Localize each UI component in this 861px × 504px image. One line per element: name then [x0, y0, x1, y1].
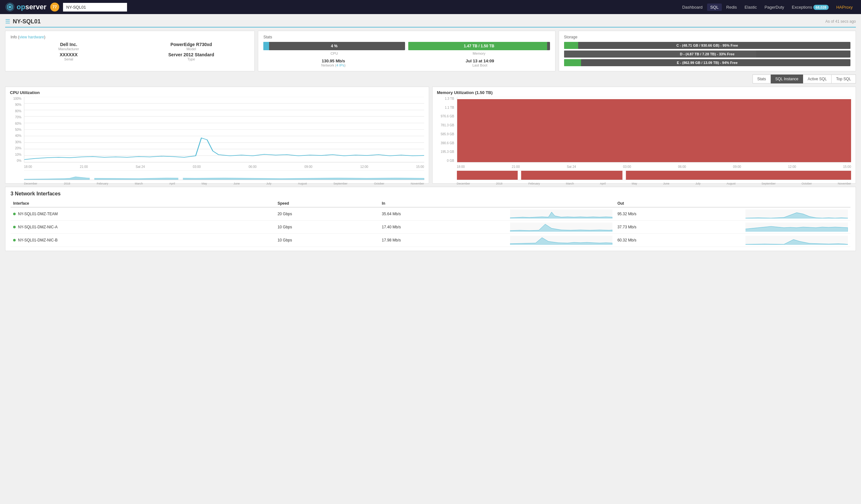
- lastboot-key: Last Boot: [410, 63, 550, 67]
- tab-active-sql[interactable]: Active SQL: [803, 74, 832, 83]
- tab-sql-instance[interactable]: SQL Instance: [771, 74, 803, 83]
- charts-row: CPU Utilization 100% 90% 80% 70% 60% 50%…: [5, 87, 856, 184]
- drive-e: E - (862.99 GB / 13.09 TB) - 94% Free: [564, 59, 850, 66]
- cpu-y-axis: 100% 90% 80% 70% 60% 50% 40% 30% 20% 10%…: [10, 97, 23, 163]
- network-section: 3 Network Interfaces Interface Speed In …: [5, 187, 856, 251]
- mini-jul: July: [266, 182, 271, 185]
- mem-y-2: 1.1 TB: [437, 106, 456, 109]
- in-value-2: 17.40 Mb/s: [379, 221, 507, 234]
- mini-feb: February: [97, 182, 108, 185]
- view-hardware-link[interactable]: view hardware: [19, 35, 44, 39]
- speed-1: 20 Gbps: [275, 207, 379, 221]
- drive-e-fill: [564, 59, 582, 66]
- cpu-x-2100: 21:00: [80, 165, 88, 169]
- network-title: 3 Network Interfaces: [11, 191, 850, 197]
- cpu-chart-svg: [24, 97, 424, 162]
- col-out: Out: [615, 200, 743, 207]
- drive-c-fill: [564, 42, 578, 49]
- stat-info: 130.95 Mb/s Network (4 IPs) Jul 13 at 14…: [263, 58, 550, 67]
- cpu-bar-text: 4 %: [331, 44, 338, 48]
- in-value-1: 35.64 Mb/s: [379, 207, 507, 221]
- cpu-x-0600: 06:00: [249, 165, 257, 169]
- memory-bar-text: 1.47 TB / 1.50 TB: [464, 44, 494, 48]
- mem-y-axis: 1.3 TB 1.1 TB 976.6 GB 781.3 GB 585.9 GB…: [437, 97, 456, 163]
- network-ips-link[interactable]: 4 IPs: [336, 63, 344, 67]
- lastboot-value: Jul 13 at 14:09: [410, 58, 550, 63]
- out-sparkline-2: [746, 223, 848, 232]
- header: opserver 77 Dashboard SQL Redis Elastic …: [0, 0, 861, 14]
- in-value-3: 17.98 Mb/s: [379, 234, 507, 247]
- drive-c: C - (48.71 GB / 930.66 GB) - 95% Free: [564, 42, 850, 49]
- mini-sep: September: [333, 182, 347, 185]
- mini-may: May: [202, 182, 207, 185]
- cpu-chart-title: CPU Utilization: [10, 90, 424, 95]
- cpu-bar-label: CPU: [263, 52, 405, 55]
- out-chart-3: [743, 234, 850, 247]
- mini-aug: August: [298, 182, 307, 185]
- mini-mar: March: [135, 182, 143, 185]
- col-out-chart: [743, 200, 850, 207]
- page-header: ☰ NY-SQL01 As of 41 secs ago: [5, 18, 856, 28]
- nav-redis[interactable]: Redis: [723, 3, 740, 11]
- svg-rect-26: [521, 171, 622, 180]
- nav-pagerduty[interactable]: PagerDuty: [761, 3, 787, 11]
- nav-exceptions[interactable]: Exceptions 68,028: [789, 3, 832, 11]
- cpu-y-0: 0%: [10, 159, 23, 163]
- interface-name-3: NY-SQL01-DMZ-NIC-B: [11, 234, 275, 247]
- tab-stats[interactable]: Stats: [753, 74, 771, 83]
- interface-status-dot-2: [13, 226, 16, 228]
- out-sparkline-1: [746, 209, 848, 219]
- nav-haproxy[interactable]: HAProxy: [833, 3, 856, 11]
- mini-2018: 2018: [64, 182, 70, 185]
- mem-mini-chart-svg: [457, 171, 851, 180]
- svg-rect-14: [178, 171, 183, 180]
- cpu-y-30: 30%: [10, 140, 23, 144]
- col-in-chart: [507, 200, 615, 207]
- stats-panel: Stats 4 % CPU 1.47 TB / 1.50 TB Memory: [258, 31, 555, 71]
- logo-text: opserver: [17, 3, 46, 11]
- mem-y-8: 0 GB: [437, 159, 456, 163]
- nav-sql[interactable]: SQL: [707, 3, 722, 11]
- cpu-bar-container: 4 %: [263, 42, 405, 50]
- info-panel-label: Info (view hardware): [11, 35, 249, 39]
- svg-rect-13: [90, 171, 94, 180]
- page-timestamp: As of 41 secs ago: [825, 19, 856, 24]
- serial-value: XXXXXX: [11, 52, 127, 57]
- in-chart-3: [507, 234, 615, 247]
- in-chart-1: [507, 207, 615, 221]
- tab-top-sql[interactable]: Top SQL: [832, 74, 856, 83]
- mem-mini-apr: April: [600, 182, 606, 185]
- drive-e-text: E - (862.99 GB / 13.09 TB) - 94% Free: [677, 61, 738, 65]
- col-speed: Speed: [275, 200, 379, 207]
- cpu-chart-panel: CPU Utilization 100% 90% 80% 70% 60% 50%…: [5, 87, 429, 184]
- mem-mini-mar: March: [566, 182, 574, 185]
- table-row: NY-SQL01-DMZ-TEAM 20 Gbps 35.64 Mb/s 95.…: [11, 207, 850, 221]
- main-nav: Dashboard SQL Redis Elastic PagerDuty Ex…: [679, 3, 856, 11]
- mini-apr: April: [169, 182, 175, 185]
- mem-mini-jun: June: [663, 182, 670, 185]
- stat-bars: 4 % CPU 1.47 TB / 1.50 TB Memory: [263, 42, 550, 55]
- cpu-y-40: 40%: [10, 134, 23, 138]
- mem-mini-aug: August: [727, 182, 736, 185]
- mini-oct: October: [374, 182, 384, 185]
- nav-dashboard[interactable]: Dashboard: [679, 3, 706, 11]
- alert-count-badge[interactable]: 77: [50, 2, 59, 12]
- svg-rect-23: [457, 99, 851, 162]
- mem-x-1800: 18:00: [457, 165, 465, 169]
- cpu-y-70: 70%: [10, 115, 23, 119]
- manufacturer-key: Manufacturer: [11, 47, 127, 51]
- mem-x-0300: 03:00: [623, 165, 631, 169]
- page-content: ☰ NY-SQL01 As of 41 secs ago Info (view …: [0, 14, 861, 255]
- tab-row: Stats SQL Instance Active SQL Top SQL: [5, 74, 856, 83]
- cpu-x-1200: 12:00: [360, 165, 368, 169]
- network-table: Interface Speed In Out NY-SQL01-DMZ-TEAM…: [11, 200, 850, 247]
- mem-x-1500: 15:00: [843, 165, 851, 169]
- logo-area: opserver: [5, 2, 46, 12]
- top-panels: Info (view hardware) Dell Inc. Manufactu…: [5, 31, 856, 71]
- server-search-input[interactable]: [63, 3, 127, 12]
- nav-elastic[interactable]: Elastic: [741, 3, 760, 11]
- cpu-y-100: 100%: [10, 97, 23, 100]
- page-title: NY-SQL01: [13, 18, 41, 25]
- model-value: PowerEdge R730xd: [133, 42, 249, 47]
- out-value-1: 95.32 Mb/s: [615, 207, 743, 221]
